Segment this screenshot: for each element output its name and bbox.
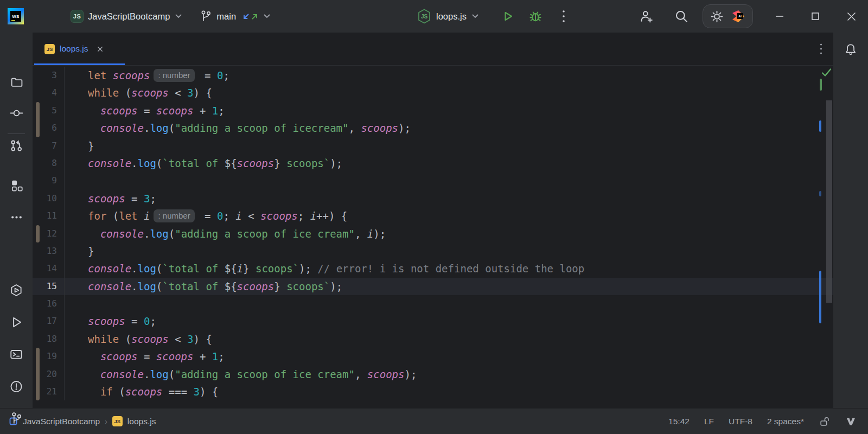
line-number[interactable]: 21 (33, 383, 57, 400)
code-text[interactable]: console.log("adding a scoop of ice cream… (88, 225, 386, 242)
inspections-widget[interactable] (821, 67, 832, 78)
code-line[interactable]: 14console.log(`total of ${i} scoops`); /… (33, 260, 833, 277)
status-time[interactable]: 15:42 (668, 417, 690, 426)
code-line[interactable]: 20 console.log("adding a scoop of ice cr… (33, 366, 833, 383)
line-number[interactable]: 15 (33, 278, 57, 295)
code-text[interactable]: console.log(`total of ${scoops} scoops`)… (88, 278, 342, 295)
notifications-bell-icon[interactable] (844, 42, 858, 56)
line-number[interactable]: 11 (33, 207, 57, 225)
project-folder-icon[interactable] (9, 74, 23, 88)
gutter[interactable]: 11 (33, 207, 88, 225)
more-actions-kebab-icon[interactable] (556, 7, 572, 25)
code-text[interactable]: let scoops: number = 0; (88, 67, 229, 84)
structure-icon[interactable] (9, 178, 23, 192)
code-line[interactable]: 10scoops = 3; (33, 190, 833, 207)
code-text[interactable]: while (scoops < 3) { (88, 330, 212, 348)
code-line[interactable]: 15console.log(`total of ${scoops} scoops… (33, 278, 833, 295)
services-icon[interactable] (9, 283, 23, 297)
code-line[interactable]: 3let scoops: number = 0; (33, 67, 833, 84)
line-number[interactable]: 5 (33, 102, 57, 119)
code-line[interactable]: 8console.log(`total of ${scoops} scoops`… (33, 155, 833, 172)
code-line[interactable]: 13} (33, 242, 833, 260)
run-configuration-widget[interactable]: JS loops.js (417, 8, 478, 24)
line-number[interactable]: 20 (33, 366, 57, 383)
status-line-ending[interactable]: LF (704, 417, 714, 426)
line-number[interactable]: 12 (33, 225, 57, 242)
problems-icon[interactable] (9, 379, 23, 393)
code-line[interactable]: 7} (33, 137, 833, 155)
gutter[interactable]: 16 (33, 295, 88, 312)
line-number[interactable]: 8 (33, 155, 57, 172)
code-line[interactable]: 9 (33, 172, 833, 189)
gutter[interactable]: 18 (33, 330, 88, 348)
code-text[interactable]: console.log(`total of ${scoops} scoops`)… (88, 155, 342, 172)
code-text[interactable]: for (let i: number = 0; i < scoops; i++)… (88, 207, 347, 225)
code-text[interactable]: scoops = 0; (88, 312, 156, 330)
tab-loops-js[interactable]: JS loops.js (34, 33, 125, 65)
code-editor[interactable]: 3let scoops: number = 0;4while (scoops <… (33, 66, 833, 408)
code-text[interactable]: while (scoops < 3) { (88, 84, 212, 101)
gutter[interactable]: 21 (33, 383, 88, 400)
tab-close-icon[interactable] (97, 46, 104, 53)
line-number[interactable]: 3 (33, 67, 57, 84)
line-number[interactable]: 9 (33, 172, 57, 189)
code-line[interactable]: 11for (let i: number = 0; i < scoops; i+… (33, 207, 833, 225)
readonly-lock-icon[interactable] (819, 416, 831, 427)
code-text[interactable]: scoops = scoops + 1; (88, 102, 225, 119)
scrollbar-thumb[interactable] (826, 100, 832, 303)
code-text[interactable]: console.log("adding a scoop of ice cream… (88, 366, 417, 383)
code-text[interactable]: console.log(`total of ${i} scoops`); // … (88, 260, 584, 277)
gutter[interactable]: 12 (33, 225, 88, 242)
code-with-me-icon[interactable] (637, 7, 656, 25)
tab-options-kebab-icon[interactable] (820, 43, 822, 55)
code-text[interactable]: scoops = 3; (88, 190, 156, 207)
status-indent[interactable]: 2 spaces* (767, 417, 804, 426)
code-text[interactable]: } (88, 137, 94, 155)
gutter[interactable]: 7 (33, 137, 88, 155)
code-line[interactable]: 4while (scoops < 3) { (33, 84, 833, 101)
main-menu-icon[interactable] (39, 11, 53, 22)
line-number[interactable]: 13 (33, 242, 57, 260)
terminal-icon[interactable] (9, 347, 23, 361)
run-button[interactable] (498, 7, 516, 25)
line-number[interactable]: 17 (33, 312, 57, 330)
gutter[interactable]: 5 (33, 102, 88, 119)
breadcrumb-file[interactable]: loops.js (127, 417, 156, 426)
version-control-icon[interactable] (9, 411, 23, 425)
search-everywhere-icon[interactable] (672, 7, 691, 25)
line-number[interactable]: 6 (33, 119, 57, 137)
gutter[interactable]: 3 (33, 67, 88, 84)
run-tool-window-icon[interactable] (9, 315, 23, 329)
gutter[interactable]: 15 (33, 278, 88, 295)
code-text[interactable]: } (88, 242, 94, 260)
project-widget[interactable]: JS JavaScriptBootcamp (71, 10, 182, 23)
code-text[interactable]: if (scoops === 3) { (88, 383, 218, 400)
line-number[interactable]: 4 (33, 84, 57, 101)
settings-gear-icon[interactable] (710, 10, 724, 23)
breadcrumb-project[interactable]: JavaScriptBootcamp (23, 417, 100, 426)
gutter[interactable]: 17 (33, 312, 88, 330)
code-line[interactable]: 17scoops = 0; (33, 312, 833, 330)
vcs-widget[interactable]: main (200, 10, 270, 23)
code-line[interactable]: 5 scoops = scoops + 1; (33, 102, 833, 119)
code-text[interactable]: scoops = scoops + 1; (88, 348, 225, 365)
gutter[interactable]: 6 (33, 119, 88, 137)
line-number[interactable]: 19 (33, 348, 57, 365)
status-encoding[interactable]: UTF-8 (729, 417, 752, 426)
ideavim-icon[interactable] (845, 416, 856, 427)
gutter[interactable]: 10 (33, 190, 88, 207)
gutter[interactable]: 13 (33, 242, 88, 260)
line-number[interactable]: 7 (33, 137, 57, 155)
debug-button[interactable] (526, 7, 545, 25)
pull-requests-icon[interactable] (9, 138, 23, 152)
gutter[interactable]: 9 (33, 172, 88, 189)
line-number[interactable]: 16 (33, 295, 57, 312)
code-text[interactable]: console.log("adding a scoop of icecream"… (88, 119, 411, 137)
gutter[interactable]: 8 (33, 155, 88, 172)
code-line[interactable]: 21 if (scoops === 3) { (33, 383, 833, 400)
gutter[interactable]: 19 (33, 348, 88, 365)
code-line[interactable]: 12 console.log("adding a scoop of ice cr… (33, 225, 833, 242)
minimize-button[interactable] (770, 7, 789, 25)
maximize-button[interactable] (806, 7, 825, 25)
line-number[interactable]: 10 (33, 190, 57, 207)
